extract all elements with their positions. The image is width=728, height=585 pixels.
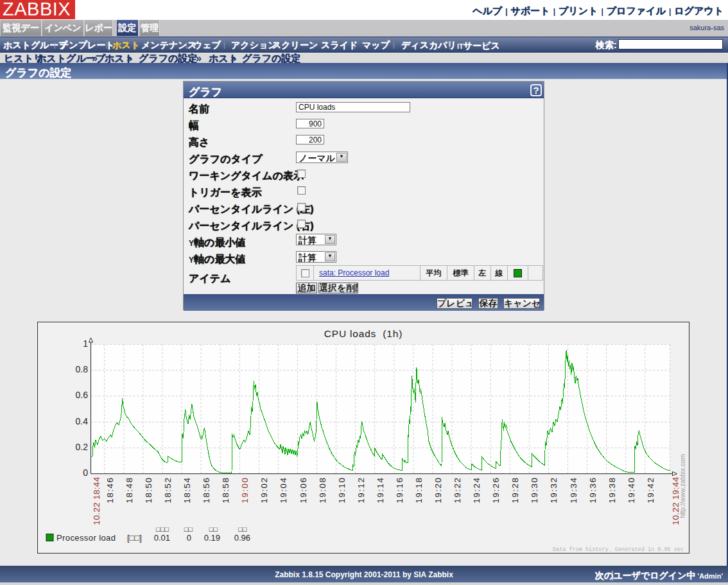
svg-text:18:48: 18:48 bbox=[125, 477, 134, 503]
svg-text:19:04: 19:04 bbox=[279, 477, 288, 503]
svg-text:0.96: 0.96 bbox=[234, 533, 250, 543]
svg-text:19:02: 19:02 bbox=[259, 477, 269, 503]
svg-text:19:08: 19:08 bbox=[318, 477, 327, 503]
svg-text:http://www.zabbix.com: http://www.zabbix.com bbox=[679, 454, 686, 518]
svg-text:19:26: 19:26 bbox=[491, 477, 501, 503]
svg-text:19:42: 19:42 bbox=[646, 477, 655, 503]
svg-text:Processor load: Processor load bbox=[56, 533, 116, 543]
svg-text:19:28: 19:28 bbox=[510, 477, 520, 503]
svg-text:19:24: 19:24 bbox=[472, 477, 481, 503]
svg-text:0: 0 bbox=[83, 467, 88, 478]
svg-text:0.8: 0.8 bbox=[76, 364, 89, 374]
svg-text:19:12: 19:12 bbox=[356, 477, 366, 503]
svg-text:18:56: 18:56 bbox=[202, 477, 211, 503]
svg-text:19:34: 19:34 bbox=[569, 477, 578, 503]
svg-text:19:20: 19:20 bbox=[433, 477, 443, 503]
svg-text:19:32: 19:32 bbox=[549, 477, 559, 503]
svg-text:19:30: 19:30 bbox=[530, 477, 539, 503]
svg-text:0.2: 0.2 bbox=[76, 442, 89, 452]
svg-text:0.19: 0.19 bbox=[204, 533, 220, 543]
svg-text:[□□]: [□□] bbox=[127, 533, 142, 543]
svg-text:□□: □□ bbox=[184, 525, 193, 533]
svg-text:18:52: 18:52 bbox=[163, 477, 173, 503]
svg-text:19:40: 19:40 bbox=[627, 477, 636, 503]
svg-text:19:10: 19:10 bbox=[337, 477, 347, 503]
svg-text:19:38: 19:38 bbox=[607, 477, 617, 503]
svg-text:0.01: 0.01 bbox=[154, 533, 170, 543]
svg-text:□□□: □□□ bbox=[156, 525, 169, 533]
svg-text:19:18: 19:18 bbox=[414, 477, 424, 503]
svg-text:CPU loads (1h): CPU loads (1h) bbox=[324, 328, 403, 339]
svg-text:0: 0 bbox=[187, 533, 191, 543]
svg-text:19:00: 19:00 bbox=[240, 477, 250, 503]
svg-text:18:50: 18:50 bbox=[144, 477, 153, 503]
svg-text:0.4: 0.4 bbox=[76, 416, 89, 426]
svg-text:19:16: 19:16 bbox=[395, 477, 404, 503]
svg-text:□□: □□ bbox=[209, 525, 218, 533]
svg-text:1: 1 bbox=[83, 338, 88, 349]
svg-text:18:46: 18:46 bbox=[105, 477, 115, 503]
svg-text:0.6: 0.6 bbox=[76, 390, 89, 400]
svg-text:19:36: 19:36 bbox=[588, 477, 598, 503]
svg-text:□□: □□ bbox=[238, 525, 247, 533]
svg-text:18:54: 18:54 bbox=[182, 477, 192, 503]
svg-text:19:14: 19:14 bbox=[376, 477, 385, 503]
svg-text:10.22 18:44: 10.22 18:44 bbox=[92, 476, 101, 525]
svg-text:19:22: 19:22 bbox=[453, 477, 462, 503]
svg-text:19:06: 19:06 bbox=[299, 477, 308, 503]
svg-text:18:58: 18:58 bbox=[221, 477, 230, 503]
svg-text:Data from history. Generated i: Data from history. Generated in 0.06 sec bbox=[553, 546, 684, 553]
